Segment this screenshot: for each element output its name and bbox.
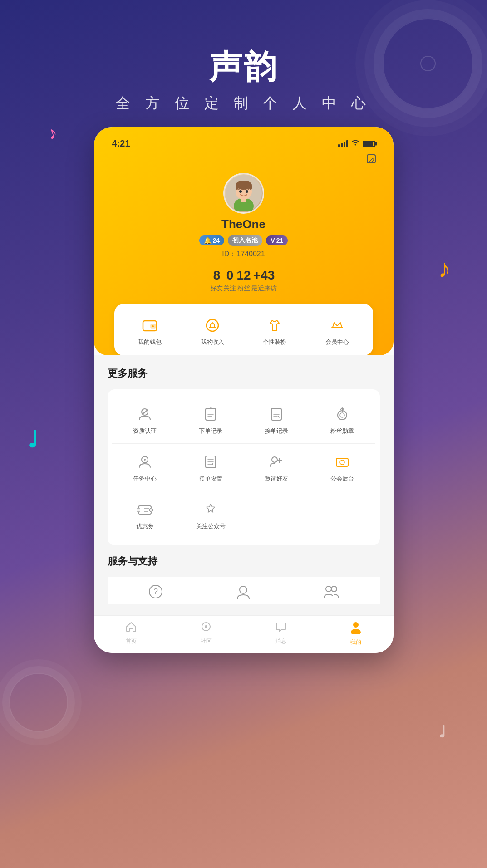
service-task[interactable]: 任务中心 (112, 448, 178, 486)
signal-bar-3 (344, 142, 345, 147)
svg-point-57 (205, 625, 207, 628)
task-icon (135, 452, 155, 472)
message-nav-icon (275, 620, 287, 636)
nav-mine[interactable]: 我的 (338, 620, 374, 646)
music-note-cyan: ♩ (27, 427, 38, 453)
menu-income-label: 我的收入 (201, 338, 224, 346)
service-receive-label: 接单记录 (265, 427, 288, 435)
service-guild-label: 公会后台 (330, 475, 354, 483)
service-guild[interactable]: 公会后台 (310, 448, 375, 486)
quick-menu-card: 我的钱包 我的收入 (114, 304, 373, 355)
nav-mine-label: 我的 (350, 638, 361, 646)
more-services-grid: 资质认证 下单记录 (108, 389, 380, 545)
svg-point-58 (353, 622, 359, 628)
svg-point-9 (239, 190, 242, 193)
stat-follow-label: 关注 (223, 284, 236, 293)
nav-community[interactable]: 社区 (188, 620, 224, 646)
svg-rect-8 (249, 185, 252, 190)
service-follow-public[interactable]: 关注公众号 (178, 496, 244, 534)
service-receive[interactable]: 接单记录 (244, 401, 310, 439)
nav-home-label: 首页 (126, 638, 137, 645)
bottom-nav: 首页 社区 消息 (94, 615, 394, 653)
service-orders[interactable]: 下单记录 (178, 401, 244, 439)
svg-point-39 (272, 457, 277, 462)
svg-rect-0 (367, 155, 375, 163)
svg-point-55 (331, 586, 337, 592)
coupon-icon (135, 500, 155, 520)
signal-bar-4 (346, 140, 348, 147)
wallet-icon (140, 315, 160, 335)
menu-wallet-label: 我的钱包 (138, 338, 162, 346)
service-row-3: 优惠券 关注公众号 (112, 491, 375, 539)
music-note-orange: ♪ (438, 254, 451, 283)
partial-icon-2[interactable] (211, 582, 276, 602)
home-nav-icon (125, 620, 138, 636)
partial-icon-help: ? (146, 582, 166, 602)
avatar-svg (226, 175, 262, 211)
orders-icon (201, 404, 221, 424)
signal-bar-1 (338, 144, 340, 147)
service-coupon[interactable]: 优惠券 (112, 496, 178, 534)
quick-menu-row: 我的钱包 我的收入 (119, 313, 369, 348)
menu-outfit[interactable]: 个性装扮 (256, 313, 293, 348)
service-fans-medal[interactable]: 粉丝勋章 (310, 401, 375, 439)
partial-icon-1[interactable]: ? (123, 582, 189, 602)
badge-vip-icon: V (271, 237, 275, 244)
partial-icon-3[interactable] (298, 582, 364, 602)
menu-vip[interactable]: 会员中心 (319, 313, 356, 348)
nav-home[interactable]: 首页 (113, 620, 149, 646)
stat-visitors-num: +43 (253, 268, 275, 283)
svg-line-28 (278, 416, 280, 418)
bg-vinyl-decoration-2 (9, 673, 68, 732)
partial-icon-user (233, 582, 253, 602)
stat-friends-label: 好友 (210, 284, 223, 293)
avatar-section: TheOne 🔔 24 初入名池 V 21 ID：1740021 (108, 168, 380, 311)
edit-profile-button[interactable] (108, 151, 380, 168)
svg-rect-7 (236, 185, 238, 190)
stats-row: 8 好友 0 关注 12 粉丝 +43 最近来访 (197, 259, 290, 304)
svg-point-15 (152, 325, 154, 327)
stat-follow[interactable]: 0 关注 (223, 268, 236, 293)
svg-point-17 (207, 319, 218, 331)
username: TheOne (221, 217, 266, 231)
service-task-label: 任务中心 (133, 475, 157, 483)
svg-point-47 (149, 508, 153, 512)
fans-medal-icon (332, 404, 352, 424)
battery-fill (364, 142, 373, 146)
status-time: 4:21 (112, 138, 130, 149)
menu-income[interactable]: 我的收入 (194, 313, 231, 348)
svg-point-33 (144, 459, 146, 461)
svg-point-10 (246, 190, 248, 193)
menu-wallet[interactable]: 我的钱包 (131, 313, 168, 348)
badge-vip: V 21 (266, 235, 288, 245)
stat-friends-num: 8 (213, 268, 221, 283)
service-row-1: 资质认证 下单记录 (112, 396, 375, 444)
nav-message[interactable]: 消息 (263, 620, 299, 646)
stat-fans[interactable]: 12 粉丝 (236, 268, 251, 293)
user-id: ID：1740021 (222, 250, 265, 259)
service-invite-label: 邀请好友 (265, 475, 288, 483)
svg-point-29 (338, 411, 347, 420)
stat-visitors[interactable]: +43 最近来访 (251, 268, 277, 293)
badge-rank: 初入名池 (228, 235, 262, 246)
partial-icon-group (321, 582, 341, 602)
menu-outfit-label: 个性装扮 (263, 338, 286, 346)
stat-follow-num: 0 (226, 268, 234, 283)
svg-point-54 (326, 586, 331, 592)
vip-icon (327, 315, 347, 335)
battery-icon (363, 141, 375, 147)
partial-icons: ? (108, 577, 380, 604)
service-invite[interactable]: 邀请好友 (244, 448, 310, 486)
signal-bar-2 (341, 143, 343, 147)
nav-community-label: 社区 (201, 638, 212, 645)
phone-card: 4:21 (94, 127, 394, 653)
service-cert[interactable]: 资质认证 (112, 401, 178, 439)
badge-fan-icon: 🔔 (204, 237, 212, 244)
avatar[interactable] (223, 173, 264, 214)
service-settings[interactable]: 接单设置 (178, 448, 244, 486)
stat-fans-num: 12 (236, 268, 251, 283)
invite-icon (266, 452, 286, 472)
guild-icon (332, 452, 352, 472)
cert-icon (135, 404, 155, 424)
stat-friends[interactable]: 8 好友 (210, 268, 223, 293)
